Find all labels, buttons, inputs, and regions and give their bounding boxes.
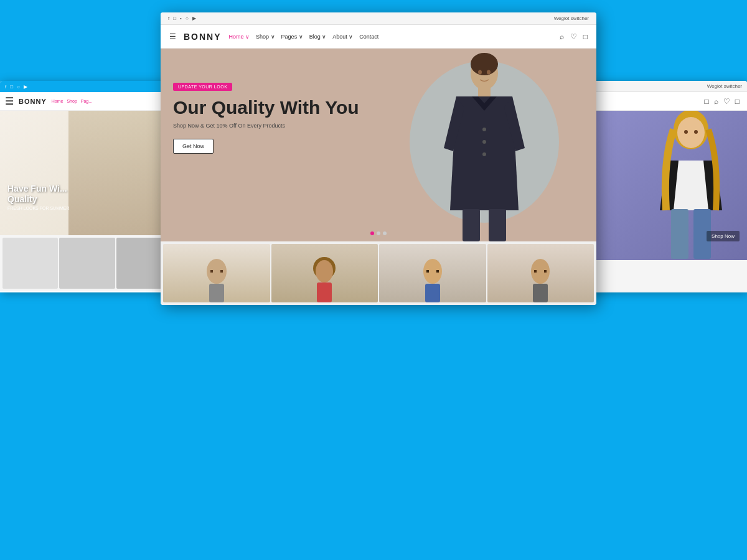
yt-icon-center: ▶ [192,16,196,21]
screen-left-hero: Have Fun Wi... Quality FRESH LOOKS FOR S… [0,111,174,235]
svg-rect-12 [220,270,223,273]
svg-point-3 [482,128,486,131]
svg-point-4 [482,140,486,144]
circle-icon-center: ○ [186,16,189,21]
center-topbar: f □ • ○ ▶ Weglot switcher [161,12,596,25]
weglot-label-right: Weglot switcher [707,83,742,89]
svg-point-9 [487,70,491,75]
svg-point-8 [478,70,482,75]
cart-icon[interactable]: □ [583,32,588,41]
svg-point-21 [531,259,550,284]
screen-center: f □ • ○ ▶ Weglot switcher ☰ BONNY Home ∨… [161,12,596,305]
svg-rect-2 [478,87,491,96]
svg-rect-6 [463,209,480,241]
ig-icon: □ [10,84,13,90]
hero-badge: UPDATE YOUR LOOK [173,83,232,91]
screen-right-topbar: Weglot switcher [573,81,747,92]
hero-sub2-left: FRESH LOOKS FOR SUMMER [7,206,70,210]
svg-rect-7 [489,209,506,241]
nav-blog-center[interactable]: Blog ∨ [309,34,327,40]
dot-2[interactable] [377,231,380,235]
nav-pages-left: Pag... [81,99,92,103]
dot-1[interactable] [370,231,374,235]
product-1[interactable] [163,244,270,302]
model-figure [422,49,547,241]
svg-rect-18 [426,270,429,273]
hero-subtitle-left: Quality [7,194,70,205]
screen-right: Weglot switcher □ ⌕ ♡ □ [573,81,747,292]
search-icon-right: ⌕ [714,97,718,106]
hero-dots [370,231,387,235]
user-icon-right: □ [705,97,709,106]
nav-links-center: Home ∨ Shop ∨ Pages ∨ Blog ∨ About ∨ Con… [229,34,552,40]
fb-icon-center: f [168,16,169,21]
right-nav-icons: □ ⌕ ♡ □ [705,97,740,106]
screen-right-hero: Shop Now [573,111,747,260]
nav-about-center[interactable]: About ∨ [332,34,353,40]
pin-icon: ○ [17,84,20,90]
nav-home-left: Home [52,99,63,103]
product-4[interactable] [487,244,594,302]
product-thumb-1 [2,238,58,289]
cart-icon-right: □ [735,97,740,106]
product-thumb-2 [59,238,115,289]
nav-shop-center[interactable]: Shop ∨ [256,34,275,40]
weglot-label: Weglot switcher [554,16,589,21]
svg-point-26 [677,117,705,148]
svg-point-5 [482,152,486,156]
product-3[interactable] [379,244,486,302]
svg-point-15 [316,260,333,282]
ig-icon-center: □ [173,16,176,21]
svg-rect-23 [544,270,547,273]
logo-left: BONNY [19,98,47,105]
screen-right-bottom [573,260,747,292]
svg-rect-13 [209,284,224,302]
fb-icon: f [5,84,6,90]
nav-home-center[interactable]: Home ∨ [229,34,250,40]
svg-rect-24 [533,284,548,302]
search-icon[interactable]: ⌕ [560,32,564,41]
hero-content: UPDATE YOUR LOOK Our Quality With You Sh… [173,80,359,154]
svg-rect-19 [436,270,439,273]
dot-3[interactable] [383,231,387,235]
nav-links-left: Home Shop Pag... [52,99,92,103]
hero-subtitle-center: Shop Now & Get 10% Off On Every Products [173,123,359,129]
yt-icon: ▶ [24,84,27,90]
building-bg [68,111,174,235]
svg-rect-22 [534,270,537,273]
hamburger-icon-left: ☰ [5,95,14,107]
svg-point-27 [684,130,688,134]
nav-contact-center[interactable]: Contact [359,34,378,40]
svg-rect-20 [425,284,440,302]
screen-left-nav: ☰ BONNY Home Shop Pag... [0,92,174,111]
svg-point-1 [471,53,498,75]
center-nav: ☰ BONNY Home ∨ Shop ∨ Pages ∨ Blog ∨ Abo… [161,25,596,49]
wishlist-icon[interactable]: ♡ [570,32,577,41]
pin-icon-center: • [180,16,182,21]
product-grid [161,241,596,305]
nav-action-icons: ⌕ ♡ □ [560,32,588,41]
logo-center: BONNY [184,32,222,42]
hero-text-left: Have Fun Wi... Quality FRESH LOOKS FOR S… [7,184,70,210]
screen-right-nav: □ ⌕ ♡ □ [573,92,747,111]
screen-left: f □ ○ ▶ ☰ BONNY Home Shop Pag... Have Fu… [0,81,174,292]
heart-icon-right: ♡ [723,97,730,106]
svg-rect-11 [210,270,213,273]
screen-left-topbar: f □ ○ ▶ [0,81,174,92]
svg-point-17 [423,259,442,284]
shop-now-btn[interactable]: Shop Now [707,231,740,241]
product-2[interactable] [271,244,378,302]
social-icons: f □ • ○ ▶ [168,16,196,21]
center-hero: UPDATE YOUR LOOK Our Quality With You Sh… [161,49,596,241]
hero-title-left: Have Fun Wi... [7,184,70,194]
svg-rect-16 [317,282,332,302]
svg-rect-29 [671,209,688,259]
hero-cta-button[interactable]: Get Now [173,139,214,154]
hero-title-center: Our Quality With You [173,97,359,118]
svg-point-28 [694,130,698,134]
hamburger-icon-center: ☰ [169,32,176,41]
nav-pages-center[interactable]: Pages ∨ [281,34,303,40]
svg-point-10 [207,259,227,284]
screen-left-products [0,235,174,291]
nav-shop-left: Shop [67,99,77,103]
